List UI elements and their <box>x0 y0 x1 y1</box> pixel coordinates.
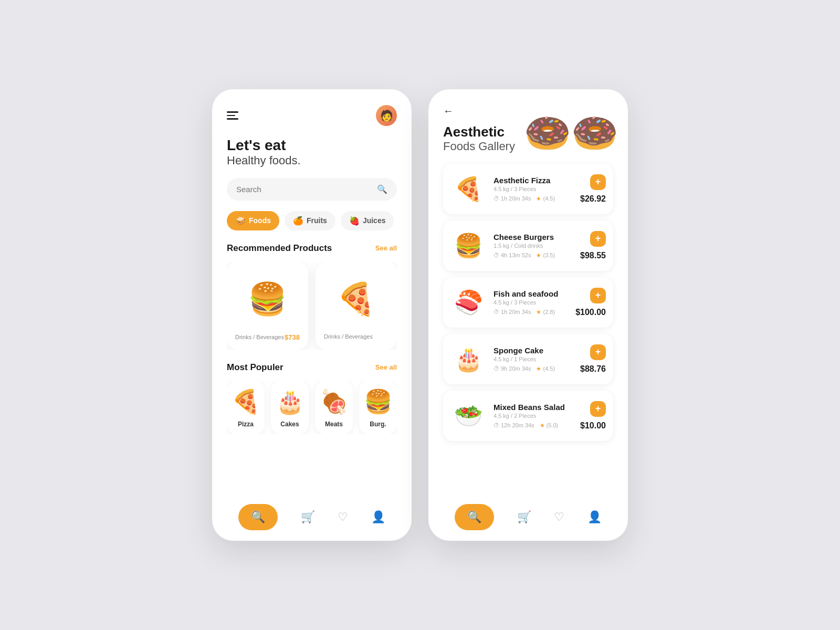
greeting-subtitle: Healthy foods. <box>227 154 397 167</box>
fruits-emoji: 🍊 <box>293 216 303 226</box>
food-item-salad: 🥗 Mixed Beans Salad 4.5 kg / 2 Pieces ⏱ … <box>443 391 613 441</box>
salad-rating: ★ (5.0) <box>540 422 559 429</box>
greeting-title: Let's eat <box>227 138 397 154</box>
product-card-img-1: 🍕 <box>324 270 388 328</box>
cat-tab-fruits[interactable]: 🍊 Fruits <box>285 211 335 230</box>
fizza-time: ⏱ 1h 20m 34s <box>494 195 531 202</box>
burger-img: 🍔 <box>450 228 486 264</box>
fish-info: Fish and seafood 4.5 kg / 3 Pieces ⏱ 1h … <box>494 289 568 316</box>
nav-cart-right[interactable]: 🛒 <box>517 510 531 524</box>
star-icon-3: ★ <box>536 365 541 372</box>
search-icon: 🔍 <box>377 184 387 194</box>
cake-info: Sponge Cake 4.5 kg / 1 Pieces ⏱ 9h 20m 3… <box>494 346 573 372</box>
food-item-fizza: 🍕 Aesthetic Fizza 4.5 kg / 3 Pieces ⏱ 1h… <box>443 164 613 214</box>
gallery-title-block: Aesthetic Foods Gallery <box>443 124 515 153</box>
salad-name: Mixed Beans Salad <box>494 403 573 412</box>
product-card-0[interactable]: 🍔 Drinks / Beverages $738 <box>227 262 308 350</box>
cake-rating: ★ (4.5) <box>536 365 555 372</box>
add-burger-button[interactable]: + <box>590 231 606 247</box>
product-label-0: Drinks / Beverages <box>235 334 284 340</box>
nav-heart-right[interactable]: ♡ <box>554 510 564 524</box>
nav-heart-icon-right: ♡ <box>554 510 564 524</box>
food-item-cake: 🎂 Sponge Cake 4.5 kg / 1 Pieces ⏱ 9h 20m… <box>443 334 613 384</box>
left-phone: 🧑 Let's eat Healthy foods. 🔍 🥪 Foods 🍊 F… <box>212 89 412 541</box>
search-bar[interactable]: 🔍 <box>227 178 397 201</box>
burger-stats: ⏱ 4h 13m 52s ★ (3.5) <box>494 252 573 259</box>
recommended-see-all[interactable]: See all <box>375 244 397 252</box>
popular-item-pizza[interactable]: 🍕 Pizza <box>227 381 265 434</box>
fizza-info: Aesthetic Fizza 4.5 kg / 3 Pieces ⏱ 1h 2… <box>494 176 573 202</box>
salad-right: + $10.00 <box>580 401 606 430</box>
bottom-nav-left: 🔍 🛒 ♡ 👤 <box>227 497 397 530</box>
nav-user-icon: 👤 <box>371 510 385 524</box>
star-icon-4: ★ <box>540 422 545 429</box>
fizza-right: + $26.92 <box>580 174 606 204</box>
cat-label-juices: Juices <box>363 216 386 225</box>
cat-tab-foods[interactable]: 🥪 Foods <box>227 211 279 230</box>
add-cake-button[interactable]: + <box>590 344 606 360</box>
nav-user-icon-right: 👤 <box>587 510 602 524</box>
nav-cart-icon-right: 🛒 <box>517 510 531 524</box>
product-card-1[interactable]: 🍕 Drinks / Beverages <box>316 262 397 350</box>
cake-name: Sponge Cake <box>494 346 573 355</box>
clock-icon-0: ⏱ <box>494 195 499 202</box>
fizza-name: Aesthetic Fizza <box>494 176 573 185</box>
product-card-footer-0: Drinks / Beverages $738 <box>235 333 300 341</box>
cake-meta: 4.5 kg / 1 Pieces <box>494 356 573 362</box>
salad-img: 🥗 <box>450 398 486 434</box>
fish-name: Fish and seafood <box>494 289 568 298</box>
nav-user[interactable]: 👤 <box>371 510 385 524</box>
nav-search[interactable]: 🔍 <box>238 504 278 530</box>
add-salad-button[interactable]: + <box>590 401 606 417</box>
salad-meta: 4.5 kg / 2 Pieces <box>494 413 573 419</box>
add-fizza-button[interactable]: + <box>590 174 606 190</box>
burger-time: ⏱ 4h 13m 52s <box>494 252 531 258</box>
nav-cart[interactable]: 🛒 <box>301 510 315 524</box>
cake-right: + $88.76 <box>580 344 606 374</box>
popular-grid: 🍕 Pizza 🎂 Cakes 🍖 Meats 🍔 Burg. <box>227 381 397 434</box>
burger-right: + $98.55 <box>580 231 606 260</box>
burger-name: Cheese Burgers <box>494 233 573 242</box>
nav-search-icon: 🔍 <box>251 510 265 524</box>
product-label-1: Drinks / Beverages <box>324 333 373 340</box>
nav-user-right[interactable]: 👤 <box>587 510 602 524</box>
cake-price: $88.76 <box>580 364 606 374</box>
fizza-img: 🍕 <box>450 171 486 207</box>
bottom-nav-right: 🔍 🛒 ♡ 👤 <box>443 497 613 530</box>
right-phone: ← Aesthetic Foods Gallery 🍩🍩 🍕 Aesthetic… <box>428 89 628 541</box>
hamburger-menu[interactable] <box>227 111 238 120</box>
popular-see-all[interactable]: See all <box>375 363 397 371</box>
fish-meta: 4.5 kg / 3 Pieces <box>494 299 568 306</box>
cat-tab-juices[interactable]: 🍓 Juices <box>341 211 394 230</box>
clock-icon-1: ⏱ <box>494 252 499 258</box>
recommended-title: Recommended Products <box>227 243 332 254</box>
add-fish-button[interactable]: + <box>590 288 606 303</box>
burger-rating: ★ (3.5) <box>536 252 555 259</box>
popular-item-meats[interactable]: 🍖 Meats <box>315 381 353 434</box>
salad-stats: ⏱ 12h 20m 34s ★ (5.0) <box>494 422 573 429</box>
popular-item-burg[interactable]: 🍔 Burg. <box>359 381 397 434</box>
popular-item-cakes[interactable]: 🎂 Cakes <box>271 381 309 434</box>
clock-icon-3: ⏱ <box>494 365 499 372</box>
gallery-subtitle: Foods Gallery <box>443 140 515 153</box>
star-icon-0: ★ <box>536 195 541 202</box>
product-price-0: $738 <box>285 333 300 341</box>
nav-search-icon-right: 🔍 <box>467 510 481 524</box>
fizza-price: $26.92 <box>580 194 606 204</box>
nav-search-right[interactable]: 🔍 <box>455 504 494 530</box>
star-icon-1: ★ <box>536 252 541 259</box>
avatar[interactable]: 🧑 <box>376 105 397 126</box>
burger-info: Cheese Burgers 1.5 kg / Cold drinks ⏱ 4h… <box>494 233 573 259</box>
fizza-rating: ★ (4.5) <box>536 195 555 202</box>
nav-heart[interactable]: ♡ <box>338 510 348 524</box>
popular-header: Most Populer See all <box>227 362 397 373</box>
burger-price: $98.55 <box>580 251 606 260</box>
donut-decoration: 🍩🍩 <box>524 114 618 152</box>
salad-price: $10.00 <box>580 421 606 430</box>
food-list: 🍕 Aesthetic Fizza 4.5 kg / 3 Pieces ⏱ 1h… <box>443 164 613 497</box>
search-input[interactable] <box>236 185 377 194</box>
back-button[interactable]: ← <box>443 105 454 117</box>
fizza-stats: ⏱ 1h 20m 34s ★ (4.5) <box>494 195 573 202</box>
meats-label: Meats <box>325 421 343 428</box>
recommended-header: Recommended Products See all <box>227 243 397 254</box>
